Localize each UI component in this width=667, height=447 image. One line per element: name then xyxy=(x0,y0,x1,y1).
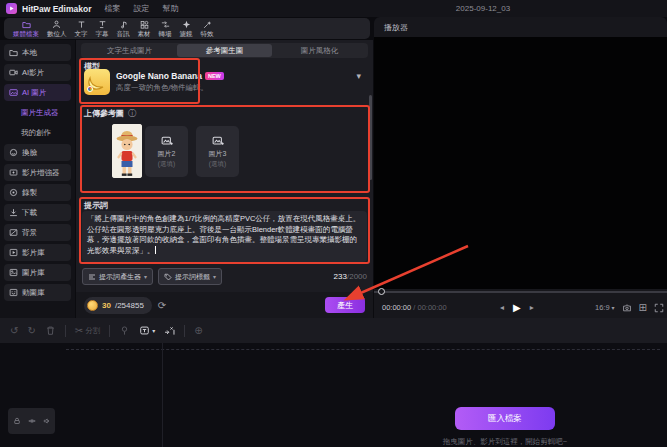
import-files-button[interactable]: 匯入檔案 xyxy=(455,407,555,430)
toolbar-item-audio[interactable]: 音訊 xyxy=(113,20,134,37)
drop-hint-text: 拖曳圖片、影片到這裡，開始剪輯吧~ xyxy=(395,437,615,447)
info-icon[interactable]: ⓘ xyxy=(128,108,136,119)
sidebar-item-gif-library[interactable]: 動圖庫 xyxy=(4,284,71,301)
new-badge: NEW xyxy=(205,72,224,80)
character-counter: 233/2000 xyxy=(334,272,367,281)
split-button[interactable]: ✂ 分割 xyxy=(75,326,100,336)
prompt-textarea[interactable]: 「將上傳圖片中的角色創建為1/7比例的高精度PVC公仔，放置在現代風格畫桌上。公… xyxy=(82,211,367,262)
split-view-icon[interactable]: ⊞ xyxy=(639,302,647,313)
undo-button[interactable]: ↺ xyxy=(10,326,18,336)
scissors-icon: ✂ xyxy=(75,326,83,336)
enhancer-icon xyxy=(9,168,18,177)
next-frame-button[interactable]: ▸ xyxy=(530,303,534,312)
previous-frame-button[interactable]: ◂ xyxy=(500,303,504,312)
media-folder-icon xyxy=(22,20,31,29)
text-icon xyxy=(77,20,86,29)
lock-track-icon[interactable] xyxy=(13,417,21,425)
sidebar-item-background[interactable]: 背景 xyxy=(4,224,71,241)
eye-visibility-icon[interactable] xyxy=(28,417,36,425)
model-selector[interactable]: Google Nano Banana NEW 高度一致的角色/物件編輯。 xyxy=(84,66,224,98)
sidebar-item-video-enhancer[interactable]: 影片增強器 xyxy=(4,164,71,181)
toolbar-item-text[interactable]: 文字 xyxy=(71,20,92,37)
fullscreen-icon[interactable] xyxy=(654,303,664,313)
model-brand-dot xyxy=(87,86,93,92)
track-header-controls xyxy=(8,408,55,434)
tab-reference-to-image[interactable]: 參考圖生圖 xyxy=(177,44,272,57)
prompt-tags-button[interactable]: 提示詞標籤 ▾ xyxy=(158,268,222,285)
reference-image-3-upload[interactable]: 圖片3 (選填) xyxy=(196,126,239,177)
app-window: HitPaw Edimakor 檔案 設定 幫助 2025-09-12_03 媒… xyxy=(0,0,667,447)
marker-pin-icon xyxy=(119,325,130,336)
sidebar-item-face-swap[interactable]: 換臉 xyxy=(4,144,71,161)
generator-tabs: 文字生成圖片 參考圖生圖 圖片風格化 xyxy=(81,43,368,58)
prompt-generator-icon xyxy=(88,273,96,281)
ai-image-icon xyxy=(9,88,18,97)
sidebar-item-my-creations[interactable]: 我的創作 xyxy=(4,124,71,141)
toolbar-item-stickers[interactable]: 素材 xyxy=(134,20,155,37)
sidebar-item-record[interactable]: 錄製 xyxy=(4,184,71,201)
generate-button[interactable]: 產生 xyxy=(325,297,365,313)
aspect-ratio-selector[interactable]: 16:9▾ xyxy=(595,303,615,312)
sidebar-item-ai-image[interactable]: AI 圖片 xyxy=(4,84,71,101)
sidebar-item-download[interactable]: 下載 xyxy=(4,204,71,221)
reference-image-1[interactable] xyxy=(112,124,142,178)
add-image-icon xyxy=(161,135,173,147)
credits-pill: 30/254855 xyxy=(84,297,152,314)
trash-icon xyxy=(45,325,56,336)
sidebar-item-video-library[interactable]: 影片庫 xyxy=(4,244,71,261)
sidebar-item-ai-video[interactable]: AI影片 xyxy=(4,64,71,81)
close-gap-icon xyxy=(164,325,175,336)
menu-settings[interactable]: 設定 xyxy=(133,3,149,14)
gif-library-icon xyxy=(9,288,18,297)
scrollbar-thumb[interactable] xyxy=(369,95,372,180)
sidebar-item-local[interactable]: 本地 xyxy=(4,44,71,61)
credits-current: 30 xyxy=(102,301,111,310)
refresh-credits-icon[interactable]: ⟳ xyxy=(158,300,166,311)
close-gap-button[interactable] xyxy=(164,325,175,336)
add-marker-button[interactable]: ⊕ xyxy=(194,326,202,336)
seek-bar[interactable] xyxy=(374,291,667,293)
model-description: 高度一致的角色/物件編輯。 xyxy=(116,83,224,93)
toolbar-item-filter[interactable]: 濾鏡 xyxy=(176,20,197,37)
reference-image-2-upload[interactable]: 圖片2 (選填) xyxy=(145,126,188,177)
image-library-icon xyxy=(9,268,18,277)
sidebar-item-image-generator[interactable]: 圖片生成器 xyxy=(4,104,71,121)
video-preview[interactable] xyxy=(374,37,667,289)
person-icon xyxy=(52,20,61,29)
model-chevron-down-icon[interactable]: ▾ xyxy=(356,72,361,81)
toolbar-item-transition[interactable]: 轉場 xyxy=(155,20,176,37)
seek-handle[interactable] xyxy=(378,288,385,295)
marker-button[interactable] xyxy=(119,325,130,336)
menu-file[interactable]: 檔案 xyxy=(104,3,120,14)
time-display: 00:00:00 / 00:00:00 xyxy=(382,303,447,312)
toolbar-item-effects[interactable]: 特效 xyxy=(197,20,218,37)
prompt-generator-button[interactable]: 提示詞產生器 ▾ xyxy=(82,268,153,285)
record-icon xyxy=(9,188,18,197)
chevron-down-icon: ▾ xyxy=(152,326,155,336)
mute-track-icon[interactable] xyxy=(43,417,51,425)
coin-icon xyxy=(87,300,98,311)
menu-help[interactable]: 幫助 xyxy=(162,3,178,14)
download-icon xyxy=(9,208,18,217)
toolbar-item-digital-human[interactable]: 數位人 xyxy=(43,20,71,37)
app-name: HitPaw Edimakor xyxy=(22,4,91,14)
banana-model-icon xyxy=(84,69,110,95)
reference-image-slots: 圖片2 (選填) 圖片3 (選填) xyxy=(76,120,373,182)
toolbar-item-subtitle[interactable]: 字幕 xyxy=(92,20,113,37)
tab-text-to-image[interactable]: 文字生成圖片 xyxy=(82,44,177,57)
toolbar-item-media[interactable]: 媒體檔案 xyxy=(9,20,43,37)
snapshot-camera-icon[interactable] xyxy=(622,303,632,313)
track-header-divider xyxy=(162,343,163,447)
credits-total: /254855 xyxy=(115,301,144,310)
tab-image-stylize[interactable]: 圖片風格化 xyxy=(272,44,367,57)
text-tool-button[interactable]: ▾ xyxy=(139,325,155,336)
menubar: HitPaw Edimakor 檔案 設定 幫助 2025-09-12_03 xyxy=(0,0,667,17)
redo-button[interactable]: ↻ xyxy=(27,326,35,336)
video-library-icon xyxy=(9,248,18,257)
text-box-icon xyxy=(139,325,150,336)
slot-label: 圖片2 xyxy=(158,149,176,159)
player-panel: 播放器 00:00:00 / 00:00:00 ◂ ▶ ▸ 16:9▾ ⊞ xyxy=(374,17,667,318)
sidebar-item-image-library[interactable]: 圖片庫 xyxy=(4,264,71,281)
play-button[interactable]: ▶ xyxy=(513,302,521,313)
delete-button[interactable] xyxy=(45,325,56,336)
